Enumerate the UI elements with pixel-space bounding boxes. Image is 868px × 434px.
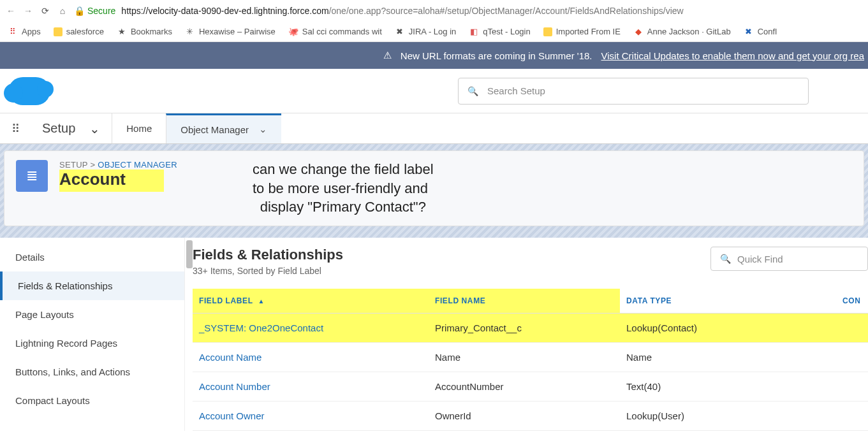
col-field-name[interactable]: FIELD NAME bbox=[429, 289, 620, 314]
tab-object-manager[interactable]: Object Manager⌄ bbox=[166, 113, 281, 143]
bookmark-hexawise[interactable]: ✳Hexawise – Pairwise bbox=[185, 27, 276, 37]
field-label-link[interactable]: Account Number bbox=[199, 381, 270, 392]
bookmark-gitlab[interactable]: ◆Anne Jackson · GitLab bbox=[633, 27, 731, 37]
col-data-type[interactable]: DATA TYPE bbox=[620, 289, 836, 314]
chevron-down-icon[interactable]: ⌄ bbox=[259, 124, 267, 135]
global-header: 🔍 bbox=[0, 69, 868, 113]
bookmark-salcci[interactable]: 🐙Sal cci commands wit bbox=[288, 27, 382, 37]
col-controlling[interactable]: CON bbox=[836, 289, 868, 314]
object-icon: ≣ bbox=[16, 160, 48, 192]
fields-panel: Fields & Relationships 33+ Items, Sorted… bbox=[185, 238, 868, 431]
field-label-link[interactable]: Account Owner bbox=[199, 410, 265, 421]
field-name-cell: Primary_Contact__c bbox=[429, 314, 620, 343]
lock-icon: 🔒 bbox=[74, 6, 85, 16]
field-type-cell: Lookup(User) bbox=[620, 401, 836, 431]
rail-item-buttons-links[interactable]: Buttons, Links, and Actions bbox=[0, 358, 184, 386]
rail-item-fields[interactable]: Fields & Relationships bbox=[0, 271, 184, 300]
secure-indicator[interactable]: 🔒 Secure bbox=[74, 6, 115, 16]
rail-item-compact-layouts[interactable]: Compact Layouts bbox=[0, 386, 184, 415]
gitlab-icon: ◆ bbox=[633, 27, 644, 37]
left-rail: Details Fields & Relationships Page Layo… bbox=[0, 238, 185, 431]
banner-text: New URL formats are coming in Summer '18… bbox=[401, 50, 592, 61]
panel-title: Fields & Relationships bbox=[193, 247, 343, 263]
table-row[interactable]: Account NumberAccountNumberText(40) bbox=[193, 372, 868, 401]
annotation-overlay: can we change the field label to be more… bbox=[253, 160, 434, 217]
apps-launcher[interactable]: ⠿ Apps bbox=[8, 27, 41, 37]
github-icon: 🐙 bbox=[288, 27, 298, 37]
search-icon: 🔍 bbox=[720, 254, 731, 264]
reload-icon[interactable]: ⟳ bbox=[40, 5, 51, 17]
tab-home[interactable]: Home bbox=[112, 113, 166, 143]
back-icon[interactable]: ← bbox=[5, 5, 17, 17]
rail-item-page-layouts[interactable]: Page Layouts bbox=[0, 300, 184, 329]
home-nav-icon[interactable]: ⌂ bbox=[57, 5, 68, 17]
field-name-cell: AccountNumber bbox=[429, 372, 620, 401]
global-search[interactable]: 🔍 bbox=[458, 78, 809, 105]
sort-asc-icon: ▲ bbox=[258, 298, 265, 305]
object-header: ≣ SETUP > OBJECT MANAGER Account can we … bbox=[4, 150, 864, 226]
salesforce-logo[interactable] bbox=[9, 77, 50, 105]
breadcrumb: SETUP > OBJECT MANAGER bbox=[59, 160, 177, 170]
chevron-down-icon: ⌄ bbox=[89, 121, 100, 136]
jira-icon: ✖ bbox=[395, 27, 405, 37]
table-row[interactable]: Account OwnerOwnerIdLookup(User) bbox=[193, 401, 868, 431]
fields-table: FIELD LABEL▲ FIELD NAME DATA TYPE CON _S… bbox=[193, 289, 868, 431]
critical-update-banner: ⚠ New URL formats are coming in Summer '… bbox=[0, 42, 868, 69]
field-label-link[interactable]: _SYSTEM: One2OneContact bbox=[199, 322, 323, 333]
star-icon: ★ bbox=[117, 27, 127, 37]
setup-app-label[interactable]: Setup ⌄ bbox=[31, 113, 112, 143]
bookmark-salesforce[interactable]: salesforce bbox=[54, 27, 104, 36]
field-type-cell: Lookup(Contact) bbox=[620, 314, 836, 343]
page-title: Account bbox=[59, 170, 164, 192]
setup-nav: ⠿ Setup ⌄ Home Object Manager⌄ bbox=[0, 113, 868, 144]
breadcrumb-link[interactable]: OBJECT MANAGER bbox=[98, 160, 177, 170]
banner-link[interactable]: Visit Critical Updates to enable them no… bbox=[601, 50, 864, 61]
qtest-icon: ◧ bbox=[469, 27, 479, 37]
table-row[interactable]: Account NameNameName bbox=[193, 343, 868, 372]
forward-icon: → bbox=[22, 5, 34, 17]
confluence-icon: ✖ bbox=[744, 27, 754, 37]
bookmarks-bar: ⠿ Apps salesforce ★Bookmarks ✳Hexawise –… bbox=[0, 22, 868, 42]
col-field-label[interactable]: FIELD LABEL▲ bbox=[193, 289, 429, 314]
field-name-cell: Name bbox=[429, 343, 620, 372]
search-icon: 🔍 bbox=[467, 86, 478, 96]
rail-item-lightning-pages[interactable]: Lightning Record Pages bbox=[0, 329, 184, 358]
search-input[interactable] bbox=[487, 85, 799, 96]
bookmark-qtest[interactable]: ◧qTest - Login bbox=[469, 27, 530, 37]
table-row[interactable]: _SYSTEM: One2OneContactPrimary_Contact__… bbox=[193, 314, 868, 343]
bookmark-confluence[interactable]: ✖Confl bbox=[744, 27, 777, 37]
address-bar[interactable]: https://velocity-data-9090-dev-ed.lightn… bbox=[121, 6, 863, 16]
object-header-band: ≣ SETUP > OBJECT MANAGER Account can we … bbox=[0, 144, 868, 238]
bookmark-imported[interactable]: Imported From IE bbox=[543, 27, 621, 36]
bookmark-jira[interactable]: ✖JIRA - Log in bbox=[395, 27, 456, 37]
quick-find-input[interactable] bbox=[737, 254, 858, 264]
field-label-link[interactable]: Account Name bbox=[199, 352, 261, 363]
panel-subtitle: 33+ Items, Sorted by Field Label bbox=[193, 266, 343, 276]
field-type-cell: Text(40) bbox=[620, 372, 836, 401]
bookmark-bookmarks[interactable]: ★Bookmarks bbox=[117, 27, 172, 37]
scrollbar-handle[interactable] bbox=[186, 240, 193, 268]
secure-label: Secure bbox=[87, 6, 115, 16]
browser-nav-bar: ← → ⟳ ⌂ 🔒 Secure https://velocity-data-9… bbox=[0, 0, 868, 22]
field-type-cell: Name bbox=[620, 343, 836, 372]
quick-find[interactable]: 🔍 bbox=[710, 247, 868, 271]
table-header-row: FIELD LABEL▲ FIELD NAME DATA TYPE CON bbox=[193, 289, 868, 314]
apps-grid-icon: ⠿ bbox=[8, 27, 18, 37]
hexawise-icon: ✳ bbox=[185, 27, 195, 37]
field-name-cell: OwnerId bbox=[429, 401, 620, 431]
warning-icon: ⚠ bbox=[383, 50, 392, 61]
app-launcher-icon[interactable]: ⠿ bbox=[0, 113, 31, 143]
main-content: Details Fields & Relationships Page Layo… bbox=[0, 238, 868, 431]
rail-item-details[interactable]: Details bbox=[0, 243, 184, 271]
